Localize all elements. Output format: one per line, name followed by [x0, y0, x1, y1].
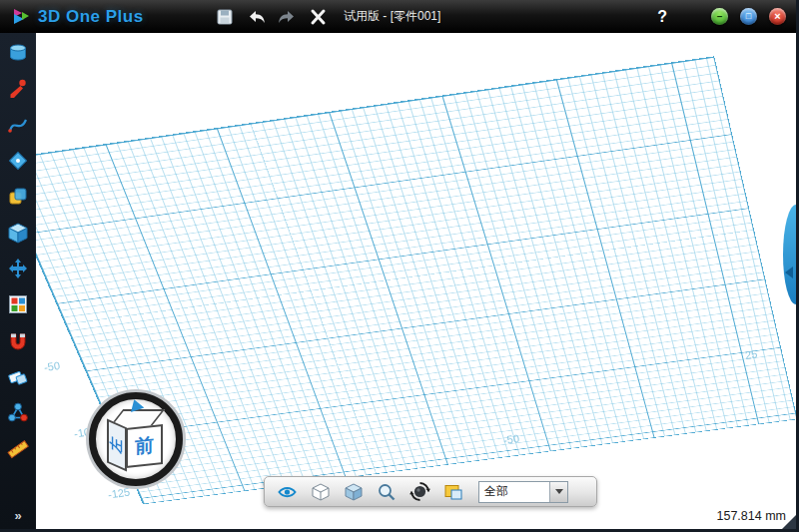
- sidebar-tool-special-feature[interactable]: [5, 149, 31, 173]
- resize-grip[interactable]: [782, 515, 796, 529]
- wireframe-mode-button[interactable]: [311, 482, 331, 502]
- titlebar-right: ? – □ ×: [657, 8, 786, 26]
- orbit-button[interactable]: [409, 481, 430, 502]
- magnet-icon: [7, 329, 29, 351]
- undo-button[interactable]: [245, 6, 267, 28]
- close-button[interactable]: ×: [769, 8, 786, 25]
- sidebar-tool-move[interactable]: [5, 257, 31, 280]
- redo-button[interactable]: [276, 6, 298, 28]
- sidebar-tool-magnet[interactable]: [5, 328, 31, 352]
- app-name: 3D One Plus: [38, 7, 144, 27]
- visibility-button[interactable]: [277, 482, 298, 502]
- sidebar-expand-button[interactable]: »: [14, 508, 21, 523]
- caret-down-icon: [555, 489, 563, 494]
- sequence-list-icon: [7, 293, 29, 315]
- pen-icon: [7, 78, 29, 100]
- ruler-icon: [7, 437, 29, 459]
- tool-sidebar: »: [0, 33, 36, 529]
- orbit-camera-icon: [409, 481, 430, 502]
- view-cube-front-label: 前: [135, 432, 154, 460]
- right-panel-handle[interactable]: [782, 205, 796, 304]
- app-logo: 3D One Plus: [10, 6, 200, 28]
- delete-button[interactable]: [307, 6, 329, 28]
- cylinder-icon: [7, 42, 29, 64]
- cube-icon: [7, 222, 29, 244]
- sidebar-tool-sketch[interactable]: [5, 77, 31, 101]
- delete-x-icon: [309, 8, 327, 26]
- view-cube-front-face[interactable]: 前: [126, 424, 163, 468]
- filter-selected-value: 全部: [479, 483, 549, 500]
- sidebar-tool-primitives[interactable]: [5, 41, 31, 65]
- sidebar-tool-assembly[interactable]: [5, 400, 31, 424]
- maximize-button[interactable]: □: [740, 8, 757, 25]
- view-cube[interactable]: 左 前: [89, 392, 183, 486]
- grid-axis-label: -125: [107, 485, 131, 500]
- sidebar-tool-curve[interactable]: [5, 113, 31, 137]
- move-arrows-icon: [7, 258, 29, 279]
- texture-button[interactable]: [443, 482, 463, 502]
- eye-icon: [277, 482, 298, 502]
- redo-icon: [278, 8, 297, 26]
- save-icon: [216, 8, 234, 26]
- sidebar-tool-measure[interactable]: [5, 436, 31, 460]
- panel-handle-leaf: [783, 205, 796, 304]
- help-button[interactable]: ?: [657, 8, 667, 26]
- app-logo-icon: [10, 6, 32, 28]
- view-cube-left-face[interactable]: 左: [107, 419, 127, 472]
- eraser-icon: [7, 365, 29, 387]
- save-button[interactable]: [214, 6, 236, 28]
- texture-image-icon: [443, 482, 463, 502]
- diamond-icon: [7, 150, 29, 172]
- shaded-mode-button[interactable]: [344, 482, 364, 502]
- minimize-button[interactable]: –: [711, 8, 728, 25]
- filter-combobox[interactable]: 全部: [478, 481, 568, 503]
- magnifier-icon: [377, 482, 397, 502]
- undo-icon: [247, 8, 266, 26]
- wireframe-cube-icon: [311, 482, 331, 502]
- sidebar-tool-material[interactable]: [5, 364, 31, 388]
- display-toolbar: 全部: [264, 476, 597, 507]
- molecule-icon: [7, 401, 29, 423]
- panel-collapse-arrow-icon: [785, 266, 793, 278]
- shaded-cube-icon: [344, 482, 364, 502]
- titlebar: 3D One Plus: [0, 0, 796, 33]
- document-toolbar: 试用版 - [零件001]: [214, 6, 440, 28]
- measurement-readout: 157.814 mm: [717, 509, 786, 523]
- combo-dropdown-button[interactable]: [549, 482, 567, 502]
- viewport-3d[interactable]: -50 -100 -125 -100 -50 25 左 前: [36, 33, 796, 529]
- sidebar-tool-combine[interactable]: [5, 185, 31, 209]
- grid-axis-label: -50: [43, 359, 61, 373]
- zoom-button[interactable]: [377, 482, 397, 502]
- sidebar-tool-solid[interactable]: [5, 221, 31, 245]
- spline-icon: [7, 114, 29, 136]
- app-window: 3D One Plus: [0, 0, 799, 532]
- grid-axis-label: -50: [502, 432, 520, 446]
- view-cube-left-label: 左: [108, 434, 126, 456]
- document-title: 试用版 - [零件001]: [344, 8, 440, 25]
- grid-axis-label: 25: [744, 347, 758, 361]
- layers-icon: [7, 186, 29, 208]
- sidebar-tool-sequence[interactable]: [5, 292, 31, 316]
